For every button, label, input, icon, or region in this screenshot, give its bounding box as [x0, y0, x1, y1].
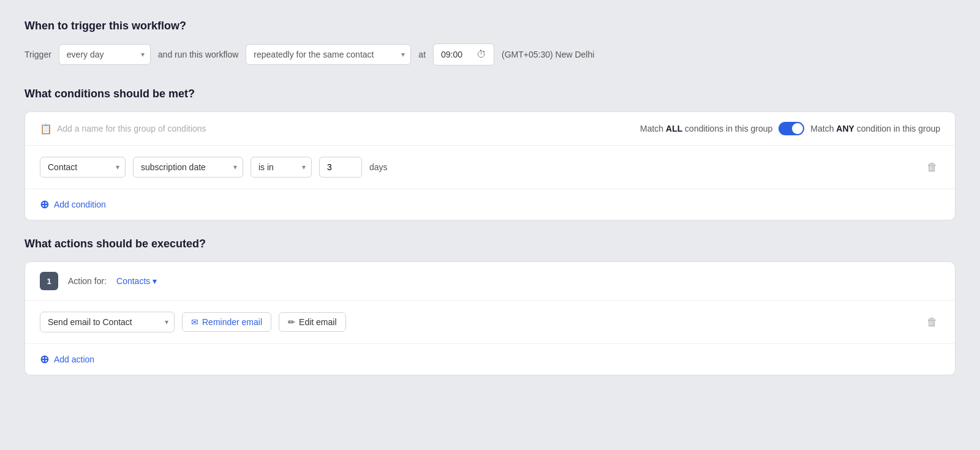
- group-name-placeholder: Add a name for this group of conditions: [57, 124, 206, 133]
- action-row: Send email to Contact Send SMS to Contac…: [25, 301, 955, 344]
- actions-section: What actions should be executed? 1 Actio…: [24, 238, 956, 375]
- action-select-wrapper[interactable]: Send email to Contact Send SMS to Contac…: [40, 312, 175, 332]
- time-input[interactable]: [441, 50, 472, 59]
- delete-condition-button[interactable]: 🗑: [924, 159, 940, 176]
- add-condition-row[interactable]: ⊕ Add condition: [25, 189, 955, 220]
- trigger-section: When to trigger this workflow? Trigger e…: [24, 20, 956, 66]
- match-all-suffix: conditions in this group: [682, 124, 772, 133]
- trigger-select-wrapper[interactable]: every dayevery weekevery month ▾: [59, 44, 151, 65]
- pencil-icon: ✏: [288, 317, 295, 327]
- group-name-area[interactable]: 📋 Add a name for this group of condition…: [40, 123, 206, 135]
- reminder-email-button[interactable]: ✉ Reminder email: [182, 312, 271, 332]
- doc-icon: 📋: [40, 123, 52, 135]
- contacts-label: Contacts: [116, 276, 150, 286]
- field-select-wrapper[interactable]: Contact Company Deal ▾: [40, 157, 126, 178]
- add-condition-icon: ⊕: [40, 198, 49, 211]
- timezone-text: (GMT+05:30) New Delhi: [502, 50, 594, 59]
- trigger-label: Trigger: [24, 50, 51, 59]
- match-any-suffix: condition in this group: [854, 124, 940, 133]
- time-input-wrapper[interactable]: ⏱: [433, 43, 494, 66]
- match-any-bold: ANY: [836, 124, 854, 133]
- conditions-section: What conditions should be met? 📋 Add a n…: [24, 88, 956, 220]
- contacts-chevron-icon: ▾: [153, 276, 157, 286]
- conditions-header: 📋 Add a name for this group of condition…: [25, 112, 955, 146]
- action-card: 1 Action for: Contacts ▾ Send email to C…: [24, 261, 956, 375]
- run-select-wrapper[interactable]: repeatedly for the same contactonce for …: [246, 44, 411, 65]
- action-for-label: Action for:: [68, 276, 107, 286]
- delete-action-button[interactable]: 🗑: [924, 313, 940, 331]
- match-all-text: Match ALL conditions in this group: [640, 124, 772, 133]
- add-action-label: Add action: [54, 354, 94, 364]
- clock-icon: ⏱: [477, 49, 486, 60]
- match-any-text: Match ANY condition in this group: [810, 124, 940, 133]
- condition-row: Contact Company Deal ▾ subscription date…: [25, 146, 955, 189]
- action-select[interactable]: Send email to Contact Send SMS to Contac…: [40, 312, 175, 332]
- toggle-slider: [778, 122, 804, 135]
- trigger-title: When to trigger this workflow?: [24, 20, 956, 32]
- step-badge: 1: [40, 272, 58, 290]
- add-action-icon: ⊕: [40, 353, 49, 366]
- edit-label: Edit email: [299, 317, 336, 327]
- condition-value-input[interactable]: [319, 157, 362, 178]
- mail-icon: ✉: [191, 317, 198, 327]
- conditions-title: What conditions should be met?: [24, 88, 956, 100]
- conditions-card: 📋 Add a name for this group of condition…: [24, 111, 956, 220]
- match-all-bold: ALL: [666, 124, 682, 133]
- match-toggle[interactable]: [778, 122, 804, 135]
- trigger-row: Trigger every dayevery weekevery month ▾…: [24, 43, 956, 66]
- actions-title: What actions should be executed?: [24, 238, 956, 250]
- days-label: days: [369, 162, 388, 172]
- and-run-label: and run this workflow: [158, 50, 239, 59]
- operator-select-wrapper[interactable]: is in is not in is before is after ▾: [251, 157, 312, 178]
- trigger-select[interactable]: every dayevery weekevery month: [59, 44, 151, 65]
- edit-email-button[interactable]: ✏ Edit email: [279, 312, 345, 332]
- match-toggle-group: Match ALL conditions in this group Match…: [640, 122, 940, 135]
- run-select[interactable]: repeatedly for the same contactonce for …: [246, 44, 411, 65]
- field-select[interactable]: Contact Company Deal: [40, 157, 126, 178]
- attribute-select-wrapper[interactable]: subscription date created date email ▾: [133, 157, 243, 178]
- add-action-row[interactable]: ⊕ Add action: [25, 344, 955, 375]
- action-header: 1 Action for: Contacts ▾: [25, 262, 955, 301]
- attribute-select[interactable]: subscription date created date email: [133, 157, 243, 178]
- contacts-dropdown[interactable]: Contacts ▾: [116, 276, 157, 286]
- operator-select[interactable]: is in is not in is before is after: [251, 157, 312, 178]
- reminder-label: Reminder email: [202, 317, 262, 327]
- at-label: at: [418, 50, 426, 59]
- add-condition-label: Add condition: [54, 200, 106, 209]
